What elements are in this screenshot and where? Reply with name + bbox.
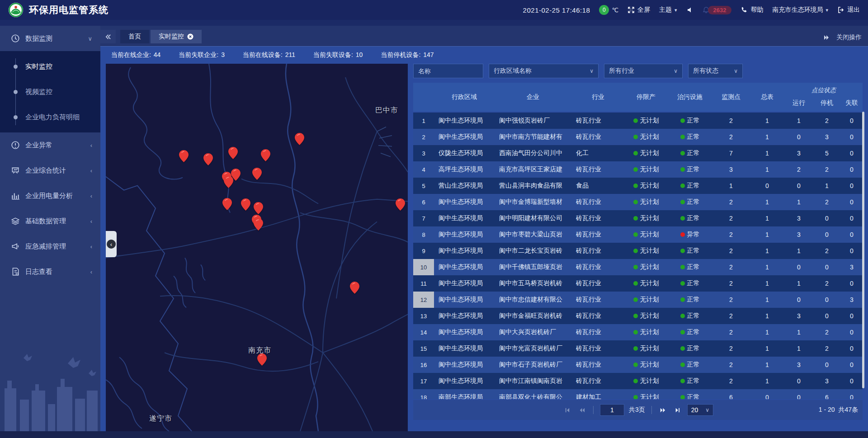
status-dot-icon <box>680 395 685 399</box>
table-row[interactable]: 9阆中生态环境局阆中市二龙长宝页岩砖砖瓦行业无计划正常21120 <box>413 243 863 259</box>
row-index: 6 <box>413 194 434 210</box>
table-row[interactable]: 15阆中生态环境局阆中市光富页岩机砖厂砖瓦行业无计划正常21120 <box>413 340 863 357</box>
help-button[interactable]: 帮助 <box>741 6 763 14</box>
next-page-button[interactable] <box>658 405 668 415</box>
cell-region: 阆中生态环境局 <box>434 344 495 353</box>
map-pin[interactable] <box>252 168 262 180</box>
bullet-icon <box>14 65 18 69</box>
map-pin[interactable] <box>254 218 263 231</box>
table-row[interactable]: 7阆中生态环境局阆中明阳建材有限公司砖瓦行业无计划正常21300 <box>413 210 863 226</box>
cell-lost: 0 <box>841 377 863 385</box>
col-header-facility: 治污设施 <box>667 93 712 101</box>
last-page-button[interactable] <box>673 405 683 415</box>
map-pin[interactable] <box>179 150 189 162</box>
status-filter-select[interactable]: 所有状态 ∨ <box>688 64 743 78</box>
cell-region: 阆中生态环境局 <box>434 377 495 385</box>
cell-halt: 2 <box>813 345 841 352</box>
close-operations-button[interactable]: 关闭操作 <box>823 33 862 42</box>
cell-stop-status: 无计划 <box>625 198 667 206</box>
cell-region: 阆中生态环境局 <box>434 133 495 141</box>
row-index: 13 <box>413 308 434 324</box>
sidebar-item-emergency[interactable]: 应急减排管理‹ <box>0 234 100 259</box>
cell-meter: 1 <box>750 377 785 385</box>
table-row[interactable]: 12阆中生态环境局阆中市忠信建材有限公砖瓦行业无计划正常21003 <box>413 292 863 308</box>
name-filter-input[interactable] <box>418 67 478 75</box>
cell-lost: 0 <box>841 247 863 254</box>
sidebar-item-data-monitor[interactable]: 数据监测∨ <box>0 26 100 51</box>
cell-lost: 0 <box>841 361 863 368</box>
map-pin[interactable] <box>254 202 263 214</box>
table-row[interactable]: 14阆中生态环境局阆中大兴页岩机砖厂砖瓦行业无计划正常21120 <box>413 324 863 340</box>
cell-stop-status: 无计划 <box>625 182 667 190</box>
cell-monitor: 2 <box>712 231 750 238</box>
table-row[interactable]: 5营山生态环境局营山县润丰肉食品有限食品无计划正常10010 <box>413 178 863 194</box>
cell-company: 阆中市石子页岩机砖厂 <box>495 361 571 369</box>
sidebar-item-base-data[interactable]: 基础数据管理‹ <box>0 208 100 234</box>
cell-company: 阆中市金博瑞新型墙材 <box>495 198 571 206</box>
table-row[interactable]: 4高坪生态环境局南充市高坪区王家店建砖瓦行业无计划正常31220 <box>413 161 863 178</box>
map-pin[interactable] <box>228 147 238 159</box>
region-filter-select[interactable]: 行政区域名称 ∨ <box>489 64 599 78</box>
phone-icon <box>741 6 748 14</box>
sidebar-collapse-handle[interactable]: ‹ <box>106 231 117 257</box>
map-panel[interactable]: 巴中市南充市遂宁市 ‹ <box>106 64 408 431</box>
map-pin[interactable] <box>224 176 233 188</box>
map-pin[interactable] <box>350 282 359 294</box>
status-dot-icon <box>633 167 638 172</box>
row-index: 15 <box>413 340 434 357</box>
tab-close-icon[interactable] <box>187 33 193 40</box>
sidebar-subitem-视频监控[interactable]: 视频监控 <box>0 79 100 104</box>
sidebar-subitem-实时监控[interactable]: 实时监控 <box>0 54 100 79</box>
sidebar-item-power-analysis[interactable]: 企业用电量分析‹ <box>0 183 100 208</box>
page-number-input[interactable] <box>600 404 624 416</box>
tab-首页[interactable]: 首页 <box>120 30 149 43</box>
sidebar-item-enterprise-abnormal[interactable]: 企业异常‹ <box>0 132 100 158</box>
cell-industry: 化工 <box>571 149 625 157</box>
chevron-left-icon: ‹ <box>90 167 92 174</box>
sound-toggle[interactable] <box>686 6 693 14</box>
notification-area[interactable]: 2632 <box>703 6 732 14</box>
table-row[interactable]: 6阆中生态环境局阆中市金博瑞新型墙材砖瓦行业无计划正常21120 <box>413 194 863 210</box>
prev-page-button[interactable] <box>577 405 587 415</box>
map-pin[interactable] <box>396 198 405 211</box>
industry-filter-select[interactable]: 所有行业 ∨ <box>604 64 683 78</box>
table-scrollbar[interactable] <box>862 112 864 388</box>
first-page-button[interactable] <box>562 405 572 415</box>
cell-company: 南充市高坪区王家店建 <box>495 165 571 174</box>
table-row[interactable]: 2阆中生态环境局阆中市南方节能建材有砖瓦行业无计划正常21030 <box>413 129 863 145</box>
map-pin[interactable] <box>222 198 232 210</box>
status-dot-icon <box>680 200 685 204</box>
map-pin[interactable] <box>203 153 213 165</box>
table-row[interactable]: 10阆中生态环境局阆中千佛镇五郎垭页岩砖瓦行业无计划正常21003 <box>413 259 863 275</box>
row-index: 10 <box>413 259 434 275</box>
sidebar-item-logs[interactable]: 日志查看‹ <box>0 259 100 284</box>
map-pin[interactable] <box>241 198 250 211</box>
cell-halt: 2 <box>813 329 841 336</box>
table-row[interactable]: 3仪陇生态环境局西南油气田分公司川中化工无计划正常71350 <box>413 145 863 161</box>
sidebar: 数据监测∨实时监控视频监控企业电力负荷明细企业异常‹企业综合统计‹企业用电量分析… <box>0 26 100 431</box>
tabs-scroll-left-button[interactable] <box>100 30 116 43</box>
tab-实时监控[interactable]: 实时监控 <box>151 30 202 43</box>
theme-dropdown[interactable]: 主题 ▾ <box>659 6 677 14</box>
table-row[interactable]: 17阆中生态环境局阆中市江南镇阆南页岩砖瓦行业无计划正常21030 <box>413 373 863 389</box>
cell-stop-status: 无计划 <box>625 296 667 304</box>
table-row[interactable]: 16阆中生态环境局阆中市石子页岩机砖厂砖瓦行业无计划正常21300 <box>413 357 863 373</box>
cell-halt: 2 <box>813 166 841 173</box>
table-row[interactable]: 18南部生态环境局南部县双化土砖有限公建材加工无计划正常60060 <box>413 389 863 399</box>
page-size-select[interactable]: 20 ∨ <box>687 404 713 416</box>
cell-run: 1 <box>785 117 813 124</box>
map-pin[interactable] <box>257 353 267 366</box>
map-pin[interactable] <box>295 133 304 145</box>
cell-industry: 建材加工 <box>571 393 625 399</box>
table-row[interactable]: 11阆中生态环境局阆中市五马桥页岩机砖砖瓦行业无计划正常21120 <box>413 275 863 292</box>
sidebar-item-enterprise-stats[interactable]: 企业综合统计‹ <box>0 158 100 183</box>
user-dropdown[interactable]: 南充市生态环境局 ▾ <box>772 6 828 14</box>
table-row[interactable]: 13阆中生态环境局阆中市金福旺页岩机砖砖瓦行业无计划正常21300 <box>413 308 863 324</box>
row-index: 11 <box>413 275 434 292</box>
fullscreen-button[interactable]: 全屏 <box>627 6 650 14</box>
table-row[interactable]: 1阆中生态环境局阆中强锐页岩砖厂砖瓦行业无计划正常21120 <box>413 113 863 129</box>
map-pin[interactable] <box>261 149 270 161</box>
table-row[interactable]: 8阆中生态环境局阆中市枣碧大梁山页岩砖瓦行业无计划异常21300 <box>413 226 863 243</box>
logout-button[interactable]: 退出 <box>837 6 860 14</box>
sidebar-subitem-企业电力负荷明细[interactable]: 企业电力负荷明细 <box>0 104 100 130</box>
